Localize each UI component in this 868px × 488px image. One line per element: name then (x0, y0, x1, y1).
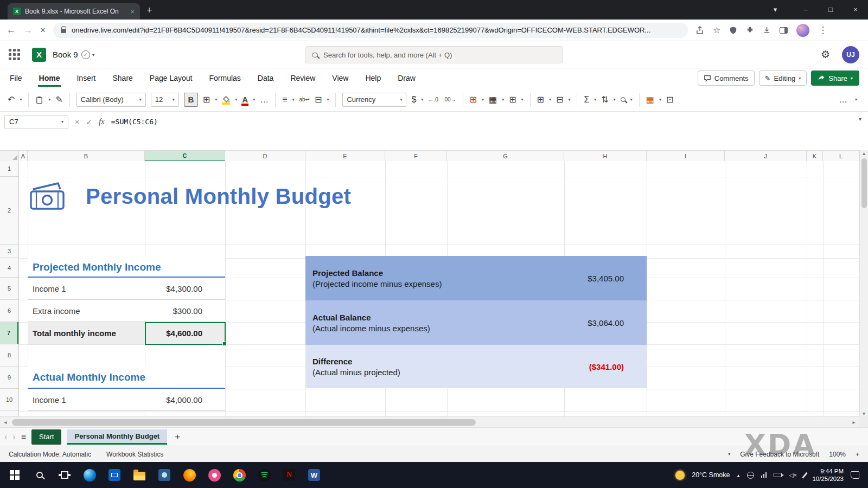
column-header-b[interactable]: B (28, 151, 145, 162)
row-header-1[interactable]: 1 (0, 161, 18, 177)
tray-battery-icon[interactable] (774, 473, 782, 477)
stop-loading-button[interactable]: × (40, 25, 46, 36)
sort-filter-menu-icon[interactable]: ▾ (614, 97, 616, 102)
taskbar-netflix-button[interactable]: N (277, 462, 302, 488)
tab-search-icon[interactable]: ▾ (763, 0, 788, 20)
row-header-6[interactable]: 6 (0, 300, 18, 322)
maximize-button[interactable]: □ (818, 0, 843, 20)
balance-value[interactable]: $3,064.00 (588, 318, 647, 328)
comments-button[interactable]: Comments (698, 70, 755, 86)
taskbar-photos-button[interactable] (152, 462, 177, 488)
column-header-c[interactable]: C (145, 151, 225, 162)
tab-close-icon[interactable]: × (130, 8, 135, 16)
cell-c10[interactable]: $4,000.00 (145, 395, 225, 404)
title-dropdown-icon[interactable]: ▾ (92, 52, 95, 57)
difference-row[interactable]: Difference (Actual minus projected) ($34… (305, 345, 647, 388)
collapse-ribbon-icon[interactable]: ▾ (855, 97, 857, 102)
currency-format-button[interactable]: $ (411, 95, 416, 105)
side-panel-icon[interactable] (780, 27, 788, 34)
column-header-h[interactable]: H (564, 151, 647, 162)
cell-styles-button[interactable]: ▦ (646, 94, 654, 105)
taskbar-search-button[interactable] (27, 462, 52, 488)
selected-cell-c7[interactable] (145, 322, 226, 345)
back-button[interactable]: ← (7, 25, 16, 36)
align-menu-icon[interactable]: ▾ (292, 97, 294, 102)
column-header-l[interactable]: L (823, 151, 859, 162)
horizontal-scrollbar[interactable]: ◂ ▸ (0, 416, 859, 427)
horizontal-scroll-thumb[interactable] (12, 419, 476, 426)
workbook-statistics[interactable]: Workbook Statistics (106, 451, 163, 458)
menu-file[interactable]: File (9, 69, 23, 87)
tray-network-globe-icon[interactable] (747, 472, 754, 479)
extensions-puzzle-icon[interactable] (746, 26, 754, 34)
feedback-chevron-icon[interactable]: ▾ (728, 452, 730, 457)
app-launcher-icon[interactable] (9, 49, 20, 60)
notification-center-icon[interactable] (851, 471, 859, 479)
fill-color-button[interactable] (222, 96, 230, 103)
excel-logo[interactable]: X (32, 48, 46, 62)
more-commands-button[interactable]: … (839, 95, 847, 105)
actual-income-heading[interactable]: Actual Monthly Income (28, 367, 225, 389)
expand-formula-bar-icon[interactable]: ▾ (859, 116, 861, 122)
calc-mode-status[interactable]: Calculation Mode: Automatic (9, 451, 91, 458)
tray-expand-icon[interactable]: ▴ (737, 472, 740, 478)
close-window-button[interactable]: × (843, 0, 868, 20)
browser-tab[interactable]: X Book 9.xlsx - Microsoft Excel On × (8, 3, 140, 20)
office-search[interactable] (305, 46, 563, 63)
wrap-text-button[interactable]: ab↩ (299, 97, 310, 102)
scroll-right-icon[interactable]: ▸ (848, 419, 859, 425)
delete-cells-menu-icon[interactable]: ▾ (568, 97, 570, 102)
insert-cells-button[interactable]: ⊞ (537, 94, 544, 105)
cell-b6[interactable]: Extra income (28, 306, 145, 316)
editing-mode-button[interactable]: ✎ Editing ▾ (759, 70, 807, 86)
formula-input[interactable]: =SUM(C5:C6) (111, 118, 158, 126)
balance-value[interactable]: $3,405.00 (588, 274, 647, 283)
share-button[interactable]: Share ▾ (811, 70, 859, 86)
undo-button[interactable]: ↶ (8, 94, 15, 105)
balance-value[interactable]: ($341.00) (589, 362, 647, 371)
insert-function-icon[interactable]: fx (99, 117, 105, 126)
menu-share[interactable]: Share (111, 69, 133, 87)
income-row[interactable]: Income 1 $4,300.00 (28, 278, 225, 300)
fill-color-menu-icon[interactable]: ▾ (235, 97, 237, 102)
cell-b10[interactable]: Income 1 (28, 395, 145, 404)
cell-b7[interactable]: Total monthly income (28, 329, 145, 338)
weather-icon[interactable] (675, 471, 685, 480)
task-view-button[interactable] (52, 462, 77, 488)
cancel-entry-icon[interactable]: × (75, 118, 79, 126)
settings-gear-icon[interactable]: ⚙ (821, 48, 830, 61)
cell-b5[interactable]: Income 1 (28, 284, 145, 293)
name-box[interactable]: C7 ▾ (4, 115, 68, 129)
scroll-left-icon[interactable]: ◂ (0, 419, 11, 425)
grid[interactable]: Personal Monthly Budget Projected Monthl… (19, 161, 859, 416)
increase-decimal-button[interactable]: .00→ (443, 97, 456, 102)
find-button[interactable] (621, 97, 626, 102)
projected-balance-row[interactable]: Projected Balance (Projected income minu… (305, 256, 647, 300)
row-header-7[interactable]: 7 (0, 322, 18, 344)
merge-cells-button[interactable]: ⊟ (315, 94, 322, 105)
column-header-k[interactable]: K (807, 151, 823, 162)
income-row[interactable]: Income 1 $4,000.00 (28, 389, 225, 411)
start-button[interactable] (2, 462, 27, 488)
taskbar-word-button[interactable]: W (302, 462, 327, 488)
actual-balance-row[interactable]: Actual Balance (Actual income minus expe… (305, 300, 647, 345)
projected-income-heading[interactable]: Projected Monthly Income (28, 258, 225, 278)
column-header-a[interactable]: A (19, 151, 28, 162)
taskbar-chrome-button[interactable] (227, 462, 252, 488)
menu-data[interactable]: Data (257, 69, 275, 87)
name-box-dropdown-icon[interactable]: ▾ (61, 119, 63, 124)
vertical-scroll-thumb[interactable] (861, 158, 867, 208)
sort-filter-button[interactable]: ⇅ (601, 94, 608, 105)
font-color-button[interactable]: A (242, 96, 248, 104)
minimize-button[interactable]: – (793, 0, 818, 20)
income-row[interactable]: Extra income $300.00 (28, 300, 225, 322)
decrease-decimal-button[interactable]: ←.0 (428, 97, 438, 102)
font-name-select[interactable]: Calibri (Body) ▾ (76, 93, 146, 107)
zoom-in-button[interactable]: + (856, 451, 859, 458)
row-header-9[interactable]: 9 (0, 367, 18, 389)
font-size-select[interactable]: 12 ▾ (151, 93, 179, 107)
row-header-3[interactable]: 3 (0, 245, 18, 258)
align-button[interactable]: ≡ (282, 95, 287, 105)
tray-volume-muted-icon[interactable]: ◁× (789, 472, 797, 479)
prev-sheet-icon[interactable]: ‹ (4, 432, 7, 442)
